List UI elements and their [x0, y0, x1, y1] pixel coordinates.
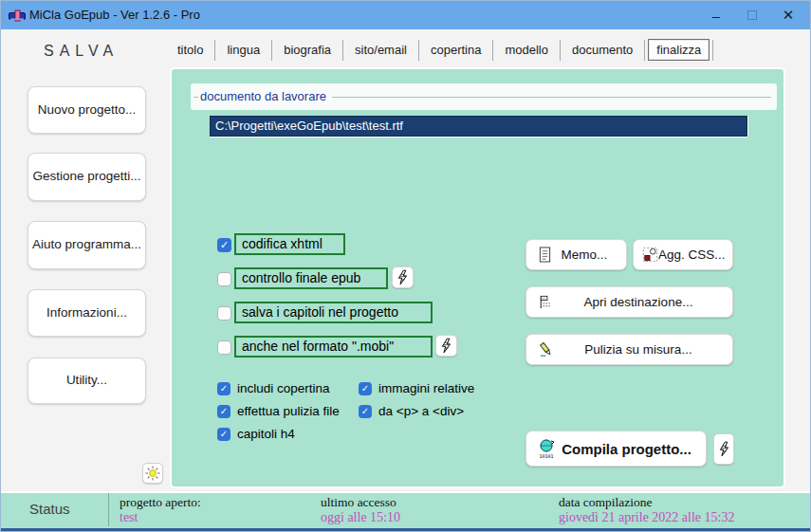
flag-tree-icon [538, 294, 554, 310]
formato-mobi-labelbox: anche nel formato ".mobi" [234, 336, 433, 358]
tab-biografia[interactable]: biografia [275, 40, 340, 60]
pulizia-su-misura-button[interactable]: Pulizia su misura... [525, 334, 733, 365]
agg-css-button-label: Agg. CSS... [658, 248, 735, 262]
aiuto-programma-button[interactable]: Aiuto programma... [28, 221, 146, 269]
title-bar: MiCla GoEpub - Ver 1.2.6 - Pro – ✕ [1, 1, 810, 29]
immagini-relative-label: immagini relative [378, 381, 474, 395]
groupbox-label: documento da lavorare [200, 89, 326, 103]
close-button[interactable]: ✕ [770, 1, 806, 29]
lightning-icon [396, 269, 409, 285]
window-title: MiCla GoEpub - Ver 1.2.6 - Pro [29, 8, 200, 22]
memo-button-label: Memo... [552, 248, 626, 262]
window-bottom-border [1, 528, 810, 532]
controllo-epub-run-button[interactable] [392, 266, 414, 288]
effettua-pulizia-label: effettua pulizia file [237, 404, 340, 418]
lightning-icon [440, 338, 452, 354]
apri-destinazione-button[interactable]: Apri destinazione... [525, 286, 733, 318]
app-window: MiCla GoEpub - Ver 1.2.6 - Pro – ✕ SALVA… [0, 0, 811, 532]
tab-separator [271, 40, 272, 61]
app-icon [9, 9, 26, 27]
p-to-div-checkbox[interactable]: ✓ [359, 405, 372, 418]
codifica-xhtml-checkbox[interactable]: ✓ [217, 238, 231, 252]
tab-separator [560, 40, 561, 61]
tab-copertina[interactable]: copertina [422, 40, 489, 60]
p-to-div-label: da <p> a <div> [378, 404, 464, 418]
svg-text:10101: 10101 [539, 453, 553, 459]
ultimo-accesso-value: oggi alle 15:10 [321, 510, 400, 525]
window-controls: – ✕ [698, 1, 806, 29]
tab-separator [492, 40, 493, 61]
ultimo-accesso-label: ultimo accesso [321, 495, 396, 510]
theme-sun-button[interactable] [142, 463, 163, 484]
informazioni-button[interactable]: Informazioni... [28, 289, 146, 337]
progetto-aperto-label: progetto aperto: [120, 495, 201, 510]
globe-binary-icon: 10101 [538, 438, 557, 459]
data-compilazione-label: data compilazione [559, 495, 653, 510]
apri-destinazione-button-label: Apri destinazione... [554, 295, 732, 309]
effettua-pulizia-checkbox[interactable]: ✓ [217, 405, 230, 418]
salva-capitoli-checkbox[interactable] [217, 306, 231, 321]
compila-run-button[interactable] [713, 433, 734, 465]
tab-lingua[interactable]: lingua [218, 40, 268, 60]
controllo-finale-epub-checkbox[interactable] [217, 272, 231, 286]
pencil-clean-icon [538, 341, 554, 358]
sidebar-header-salva: SALVA [44, 43, 119, 60]
memo-button[interactable]: Memo... [525, 239, 627, 270]
controllo-finale-epub-labelbox: controllo finale epub [234, 267, 388, 289]
tab-modello[interactable]: modello [496, 40, 557, 60]
gestione-progetti-button[interactable]: Gestione progetti... [28, 153, 146, 201]
groupbox-line-left [194, 97, 198, 98]
tab-documento[interactable]: documento [563, 40, 641, 60]
tab-finalizza[interactable]: finalizza [648, 39, 710, 61]
capitoli-h4-checkbox[interactable]: ✓ [217, 428, 230, 441]
sun-icon [145, 466, 160, 481]
tab-separator [644, 40, 645, 61]
utility-button[interactable]: Utility... [28, 358, 146, 404]
tab-sito-email[interactable]: sito/email [346, 40, 415, 60]
immagini-relative-checkbox[interactable]: ✓ [359, 382, 372, 395]
shapes-icon [642, 247, 658, 263]
includi-copertina-checkbox[interactable]: ✓ [217, 382, 230, 395]
status-label: Status [29, 501, 70, 517]
compila-progetto-button[interactable]: 10101 Compila progetto... [525, 431, 707, 467]
data-compilazione-value: giovedì 21 aprile 2022 alle 15:32 [559, 510, 734, 525]
maximize-icon [747, 10, 757, 20]
document-icon [538, 247, 552, 263]
mobi-run-button[interactable] [435, 335, 457, 357]
compila-progetto-button-label: Compila progetto... [557, 441, 706, 457]
nuovo-progetto-button[interactable]: Nuovo progetto... [28, 86, 146, 134]
tab-bar: titolo lingua biografia sito/email coper… [169, 39, 716, 61]
status-separator [108, 493, 109, 526]
pulizia-su-misura-button-label: Pulizia su misura... [554, 342, 732, 357]
tab-separator [342, 40, 343, 61]
groupbox-line [332, 97, 771, 98]
tab-separator [712, 40, 713, 61]
tab-separator [418, 40, 419, 61]
maximize-button[interactable] [734, 1, 770, 29]
codifica-xhtml-labelbox: codifica xhtml [234, 233, 345, 255]
capitoli-h4-label: capitoli h4 [237, 427, 295, 441]
agg-css-button[interactable]: Agg. CSS... [633, 239, 733, 270]
salva-capitoli-labelbox: salva i capitoli nel progetto [234, 302, 433, 323]
minimize-button[interactable]: – [698, 1, 734, 29]
tab-separator [214, 40, 215, 61]
progetto-aperto-value: test [120, 510, 138, 525]
formato-mobi-checkbox[interactable] [217, 340, 231, 355]
includi-copertina-label: includi copertina [237, 381, 330, 395]
tab-titolo[interactable]: titolo [169, 40, 212, 60]
document-path-field[interactable]: C:\Progetti\exeGoEpub\test\test.rtf [210, 116, 747, 137]
lightning-icon [718, 441, 730, 457]
